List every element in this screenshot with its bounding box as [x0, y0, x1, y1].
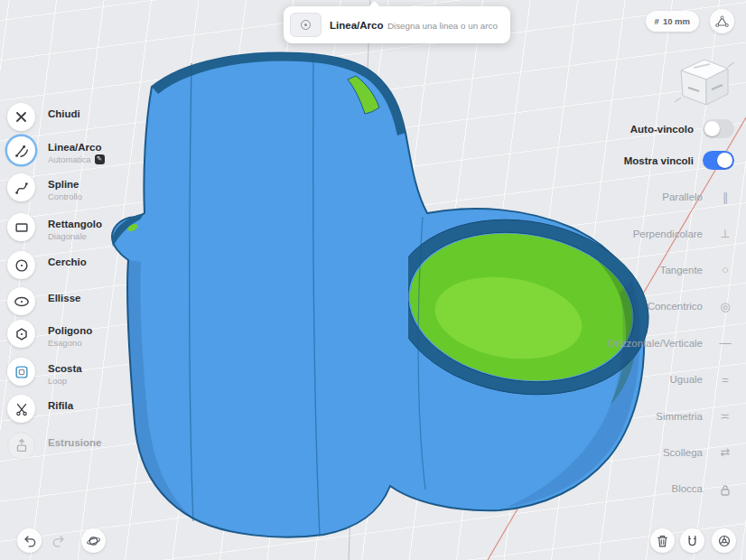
tool-sublabel[interactable]: Automatica ✎: [48, 154, 105, 164]
auto-mode-badge: ✎: [95, 154, 105, 164]
magnet-icon: [685, 534, 699, 548]
triangle-nodes-button[interactable]: [710, 9, 734, 33]
toggle-label: Auto-vincolo: [630, 124, 694, 135]
constraint-list: Parallelo ∥ Perpendicolare ⊥ Tangente ○ …: [608, 179, 734, 508]
tool-label: Scosta: [48, 358, 82, 376]
tool-label: Cerchio: [48, 251, 87, 269]
equal-icon: =: [716, 373, 734, 387]
constraint-label: Uguale: [670, 374, 703, 385]
tool-sublabel: Esagono: [48, 338, 92, 348]
redo-icon: [51, 534, 66, 547]
tool-label: Estrusione: [48, 432, 101, 450]
constraint-concentrico[interactable]: Concentrico ◎: [608, 288, 734, 324]
tool-label: Rettangolo: [48, 213, 102, 231]
polygon-icon: [14, 326, 30, 342]
close-icon: [15, 111, 27, 123]
orbit-button[interactable]: [81, 528, 106, 553]
undo-button[interactable]: [17, 528, 42, 553]
tangent-icon: ○: [716, 263, 734, 276]
tool-tooltip: Linea/Arco Disegna una linea o un arco: [284, 6, 510, 43]
show-constraints-toggle[interactable]: [703, 151, 734, 170]
parallel-icon: ∥: [716, 191, 734, 204]
tool-cerchio[interactable]: Cerchio: [7, 251, 87, 279]
line-arc-icon: [14, 143, 30, 159]
concentric-icon: ◎: [716, 300, 734, 313]
constraint-label: Simmetria: [656, 411, 703, 422]
offset-icon: [14, 364, 30, 380]
settings-button[interactable]: [712, 528, 736, 553]
tool-rettangolo[interactable]: Rettangolo Diagonale: [7, 213, 102, 241]
toggle-label: Mostra vincoli: [624, 155, 694, 166]
constraint-orizzontale-verticale[interactable]: Orizzontale/Verticale —: [608, 325, 734, 361]
tool-chiudi[interactable]: Chiudi: [7, 103, 80, 131]
circle-icon: [14, 257, 30, 274]
constraint-tangente[interactable]: Tangente ○: [608, 252, 734, 288]
triangle-nodes-icon: [715, 15, 729, 28]
constraint-scollega[interactable]: Scollega ⇄: [608, 434, 734, 471]
unlink-icon: ⇄: [716, 445, 734, 459]
trash-icon: [656, 534, 669, 548]
line-arc-thumb-icon: [290, 13, 322, 37]
grid-glyph: #: [655, 16, 659, 26]
tool-label: Poligono: [48, 320, 92, 338]
perpendicular-icon: ⊥: [716, 227, 734, 240]
constraint-label: Perpendicolare: [633, 229, 703, 239]
constraint-simmetria[interactable]: Simmetria ≍: [608, 397, 734, 434]
tool-label: Ellisse: [48, 287, 80, 305]
tool-sublabel: Loop: [48, 376, 82, 386]
tool-label: Linea/Arco: [48, 136, 105, 154]
symmetry-icon: ≍: [716, 409, 734, 423]
constraint-blocca[interactable]: Blocca: [608, 471, 734, 507]
constraint-label: Tangente: [660, 265, 703, 275]
tool-sublabel: Diagonale: [48, 231, 102, 241]
tool-linea-arco[interactable]: Linea/Arco Automatica ✎: [7, 136, 105, 164]
constraint-label: Scollega: [663, 447, 703, 458]
grid-size-label: 10 mm: [663, 16, 690, 26]
constraint-label: Concentrico: [648, 301, 703, 312]
constraint-label: Parallelo: [662, 191, 703, 202]
tooltip-title: Linea/Arco: [330, 20, 383, 31]
tooltip-subtitle: Disegna una linea o un arco: [387, 21, 498, 31]
undo-icon: [23, 534, 37, 547]
lock-icon: [716, 482, 734, 496]
wheel-icon: [717, 534, 732, 548]
app-window: Linea/Arco Disegna una linea o un arco #…: [0, 0, 746, 560]
extrude-icon: [14, 438, 30, 454]
trim-icon: [14, 401, 30, 417]
spline-icon: [14, 180, 30, 196]
snap-button[interactable]: [680, 528, 704, 553]
auto-constraint-row: Auto-vincolo: [630, 119, 734, 138]
show-constraints-row: Mostra vincoli: [624, 151, 734, 170]
delete-button[interactable]: [650, 528, 675, 553]
model-body[interactable]: [112, 52, 648, 537]
tool-label: Rifila: [48, 395, 73, 413]
tool-label: Chiudi: [48, 103, 80, 121]
tool-ellisse[interactable]: Ellisse: [7, 287, 80, 315]
constraint-uguale[interactable]: Uguale =: [608, 361, 734, 397]
tool-label: Spline: [48, 173, 82, 191]
horizontal-vertical-icon: —: [716, 336, 734, 350]
tool-sublabel: Controllo: [48, 191, 82, 201]
constraint-label: Blocca: [671, 483, 703, 494]
ellipse-icon: [13, 294, 31, 310]
constraint-parallelo[interactable]: Parallelo ∥: [608, 179, 734, 215]
constraint-label: Orizzontale/Verticale: [608, 338, 703, 349]
tool-rifila[interactable]: Rifila: [7, 395, 73, 423]
tool-scosta[interactable]: Scosta Loop: [7, 358, 82, 386]
grid-size-badge[interactable]: # 10 mm: [646, 11, 699, 32]
constraint-perpendicolare[interactable]: Perpendicolare ⊥: [608, 215, 734, 251]
auto-constraint-toggle[interactable]: [703, 119, 734, 138]
tool-estrusione[interactable]: Estrusione: [7, 432, 101, 460]
tool-poligono[interactable]: Poligono Esagono: [7, 320, 92, 348]
tool-spline[interactable]: Spline Controllo: [7, 173, 82, 201]
orbit-icon: [86, 534, 101, 548]
rectangle-icon: [14, 219, 30, 236]
redo-button[interactable]: [46, 528, 70, 553]
view-cube[interactable]: [670, 51, 737, 116]
